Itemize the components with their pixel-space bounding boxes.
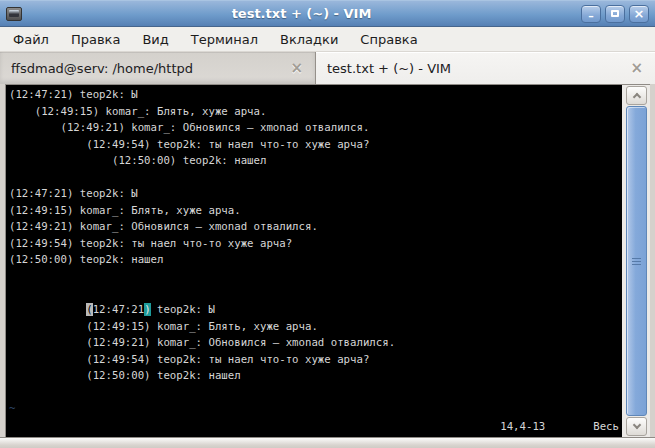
vim-statusline: 14,4-13 Весь <box>6 418 622 435</box>
minimize-button[interactable]: – <box>581 5 601 23</box>
tab-0[interactable]: ffsdmad@serv: /home/httpd× <box>0 52 316 84</box>
terminal-line: (12:49:21) komar_: Обновился — xmonad от… <box>9 336 622 353</box>
terminal-line <box>9 270 622 287</box>
terminal-text: (12:47:21) teop2k: Ы (12:49:15) komar_: … <box>9 88 622 419</box>
terminal-line: (12:49:21) komar_: Обновился — xmonad от… <box>9 220 622 237</box>
menubar: ФайлПравкаВидТерминалВкладкиСправка <box>0 27 655 52</box>
vim-terminal-area[interactable]: (12:47:21) teop2k: Ы (12:49:15) komar_: … <box>5 84 622 437</box>
minimize-icon: – <box>588 9 594 25</box>
terminal-line: (12:49:54) teop2k: ты наел что-то хуже а… <box>9 237 622 254</box>
scrollbar-thumb[interactable] <box>626 106 647 416</box>
terminal-line: (12:49:15) komar_: Блять, хуже арча. <box>9 320 622 337</box>
terminal-line <box>9 386 622 403</box>
terminal-app-icon <box>6 7 22 21</box>
scroll-up-button[interactable] <box>626 86 647 105</box>
chevron-up-icon <box>632 93 640 101</box>
close-button[interactable]: × <box>629 5 649 23</box>
terminal-line: (12:49:15) komar_: Блять, хуже арча. <box>9 204 622 221</box>
chevron-down-icon <box>632 421 640 429</box>
maximize-button[interactable] <box>605 5 625 23</box>
terminal-line: (12:50:00) teop2k: нашел <box>9 253 622 270</box>
terminal-line: ~ <box>9 402 622 419</box>
terminal-line: (12:49:54) teop2k: ты наел что-то хуже а… <box>9 138 622 155</box>
terminal-line: (12:50:00) teop2k: нашел <box>9 154 622 171</box>
terminal-line: (12:47:21) teop2k: Ы <box>9 303 622 320</box>
window-title: test.txt + (~) - VIM <box>22 6 581 21</box>
scroll-down-button[interactable] <box>626 417 647 436</box>
menu-item-3[interactable]: Терминал <box>180 29 269 50</box>
menu-item-2[interactable]: Вид <box>131 29 179 50</box>
window-bottom-border <box>0 437 655 448</box>
terminal-line: (12:50:00) teop2k: нашел <box>9 369 622 386</box>
thumb-grip <box>632 258 641 259</box>
tab-strip: ffsdmad@serv: /home/httpd×test.txt + (~)… <box>0 52 655 84</box>
terminal-line: (12:47:21) teop2k: Ы <box>9 88 622 105</box>
maximize-icon <box>611 10 619 17</box>
tab-close-icon[interactable]: × <box>286 61 307 76</box>
tab-close-icon[interactable]: × <box>626 61 647 76</box>
menu-item-0[interactable]: Файл <box>2 29 60 50</box>
terminal-line <box>9 171 622 188</box>
close-icon: × <box>634 6 645 22</box>
terminal-line: (12:49:21) komar_: Обновился — xmonad от… <box>9 121 622 138</box>
window-titlebar[interactable]: test.txt + (~) - VIM – × <box>0 0 655 27</box>
vim-ruler: 14,4-13 <box>500 420 545 433</box>
menu-item-1[interactable]: Правка <box>60 29 131 50</box>
terminal-line: (12:47:21) teop2k: Ы <box>9 187 622 204</box>
terminal-line <box>9 287 622 304</box>
terminal-window: test.txt + (~) - VIM – × ФайлПравкаВидТе… <box>0 0 655 448</box>
menu-item-5[interactable]: Справка <box>349 29 428 50</box>
terminal-content-row: (12:47:21) teop2k: Ы (12:49:15) komar_: … <box>0 84 655 437</box>
menu-item-4[interactable]: Вкладки <box>269 29 349 50</box>
tab-1[interactable]: test.txt + (~) - VIM× <box>316 52 655 84</box>
vim-scroll-position: Весь <box>593 420 619 433</box>
scrollbar[interactable] <box>622 84 650 437</box>
tab-label: ffsdmad@serv: /home/httpd <box>11 61 286 76</box>
terminal-line: (12:49:54) teop2k: ты наел что-то хуже а… <box>9 353 622 370</box>
tab-label: test.txt + (~) - VIM <box>327 61 626 76</box>
terminal-line: (12:49:15) komar_: Блять, хуже арча. <box>9 105 622 122</box>
